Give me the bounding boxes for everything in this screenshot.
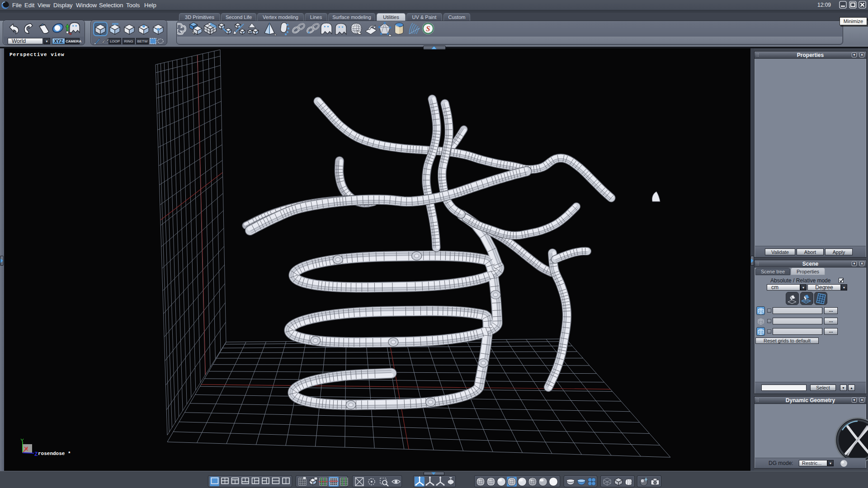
svg-text:S: S — [426, 25, 430, 33]
svg-text:Z: Z — [34, 451, 38, 458]
